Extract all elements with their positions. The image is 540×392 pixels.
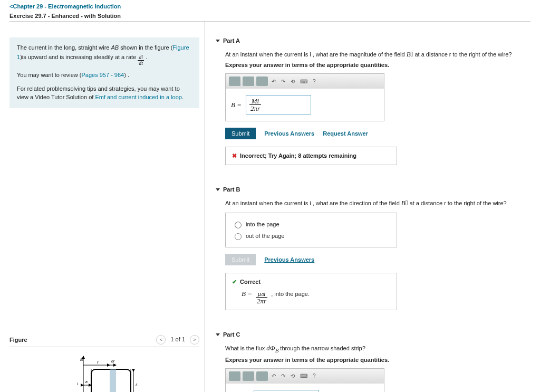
part-a-submit-button[interactable]: Submit xyxy=(225,128,256,139)
check-icon: ✔ xyxy=(232,279,237,285)
chevron-down-icon xyxy=(216,333,220,336)
part-b-option-out[interactable]: out of the page xyxy=(232,230,390,242)
help-icon[interactable]: ? xyxy=(311,373,317,379)
problem-context: The current in the long, straight wire A… xyxy=(9,37,199,108)
chapter-link[interactable]: <Chapter 29 - Electromagnetic Induction xyxy=(9,3,531,9)
keyboard-icon[interactable]: ⌨ xyxy=(298,79,309,84)
editor-toolbar[interactable]: ↶ ↷ ⟲ ⌨ ? xyxy=(226,74,384,89)
pages-link[interactable]: Pages 957 - 964 xyxy=(81,72,124,78)
part-b-submit-button: Submit xyxy=(225,254,256,265)
part-b-feedback: ✔Correct B = μ₀i2πr , into the page. xyxy=(225,273,397,310)
svg-text:a: a xyxy=(85,380,88,384)
part-b-option-into[interactable]: into the page xyxy=(232,218,390,230)
svg-text:L: L xyxy=(136,383,138,387)
figure-diagram: A B i L r dr b a xyxy=(9,353,199,392)
editor-toolbar[interactable]: ↶ ↷ ⟲ ⌨ ? xyxy=(226,369,384,384)
svg-text:i: i xyxy=(77,381,78,386)
part-a-editor: ↶ ↷ ⟲ ⌨ ? B = Mi2πr xyxy=(225,73,384,121)
figure-next-button[interactable]: > xyxy=(190,335,199,345)
svg-text:r: r xyxy=(97,360,99,365)
part-b-header[interactable]: Part B xyxy=(216,186,529,193)
x-icon: ✖ xyxy=(232,152,237,159)
figure-prev-button[interactable]: < xyxy=(156,335,166,345)
help-icon[interactable]: ? xyxy=(311,79,317,84)
part-a-request-answer-link[interactable]: Request Answer xyxy=(323,130,368,137)
figure-pager: 1 of 1 xyxy=(167,336,188,342)
reset-icon[interactable]: ⟲ xyxy=(289,373,296,379)
figure-label: Figure xyxy=(9,337,27,343)
exercise-title: Exercise 29.7 - Enhanced - with Solution xyxy=(9,13,531,19)
part-b-choices: into the page out of the page xyxy=(225,213,397,247)
svg-rect-5 xyxy=(110,369,116,392)
part-a-lhs: B = xyxy=(231,101,242,109)
part-c-header[interactable]: Part C xyxy=(216,331,529,338)
redo-icon[interactable]: ↷ xyxy=(279,373,287,379)
keyboard-icon[interactable]: ⌨ xyxy=(298,373,309,379)
chevron-down-icon xyxy=(216,40,220,42)
video-tutor-link[interactable]: Emf and current induced in a loop xyxy=(95,94,182,100)
part-c-question: What is the flux dΦB through the narrow … xyxy=(225,344,529,353)
svg-text:B: B xyxy=(80,357,83,362)
undo-icon[interactable]: ↶ xyxy=(270,79,277,84)
part-a-header[interactable]: Part A xyxy=(216,37,529,44)
reset-icon[interactable]: ⟲ xyxy=(289,79,296,84)
part-b-previous-answers-link[interactable]: Previous Answers xyxy=(264,256,314,263)
undo-icon[interactable]: ↶ xyxy=(270,373,277,379)
redo-icon[interactable]: ↷ xyxy=(279,79,287,84)
part-a-answer-input[interactable]: Mi2πr xyxy=(246,95,311,114)
part-a-previous-answers-link[interactable]: Previous Answers xyxy=(264,130,314,137)
part-a-question: At an instant when the current is i , wh… xyxy=(225,50,529,59)
svg-text:dr: dr xyxy=(111,359,115,363)
part-b-question: At an instant when the current is i , wh… xyxy=(225,199,529,207)
part-c-editor: ↶ ↷ ⟲ ⌨ ? dΦB = xyxy=(225,368,384,392)
part-a-instruction: Express your answer in terms of the appr… xyxy=(225,62,529,68)
chevron-down-icon xyxy=(216,188,220,191)
part-c-instruction: Express your answer in terms of the appr… xyxy=(225,357,529,363)
part-c-answer-input[interactable] xyxy=(254,390,319,392)
part-a-feedback: ✖Incorrect; Try Again; 8 attempts remain… xyxy=(225,147,397,165)
